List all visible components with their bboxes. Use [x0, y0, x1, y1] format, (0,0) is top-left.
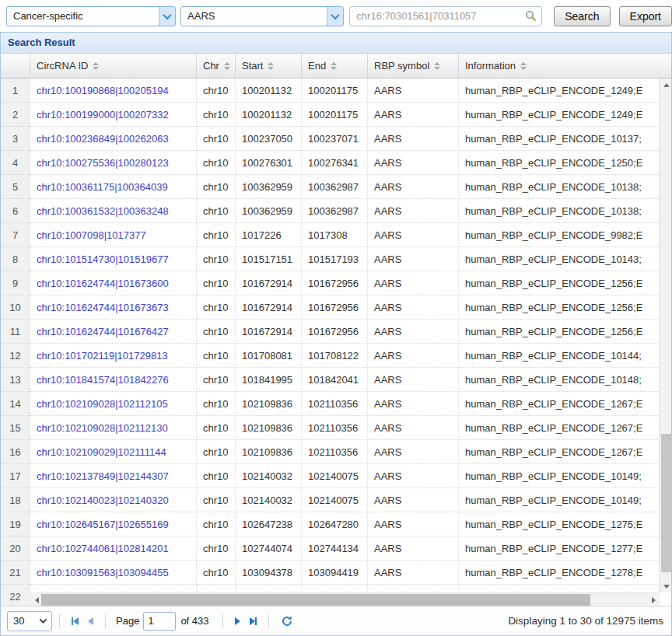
table-row[interactable]: 15chr10:102109028|102112130chr1010210983… [1, 416, 660, 440]
cell-end: 100201175 [302, 79, 368, 103]
cell-chr: chr10 [197, 271, 236, 295]
cell-chr: chr10 [197, 175, 236, 199]
cell-info: human_RBP_eCLIP_ENCODE_1277;E [459, 536, 660, 561]
circrna-link[interactable]: chr10:100190868|100205194 [37, 85, 169, 96]
table-row[interactable]: 10chr10:101624744|101673673chr1010167291… [1, 295, 660, 320]
circrna-link[interactable]: chr10:1007098|1017377 [37, 229, 146, 241]
table-row[interactable]: 14chr10:102109028|102112105chr1010210983… [1, 392, 660, 416]
cell-rbp: AARS [368, 344, 459, 368]
table-row[interactable]: 17chr10:102137849|102144307chr1010214003… [1, 464, 660, 488]
category-select-trigger[interactable] [159, 7, 175, 26]
cell-num: 1 [1, 79, 30, 103]
circrna-link[interactable]: chr10:100275536|100280123 [37, 157, 169, 169]
refresh-button[interactable] [281, 615, 293, 627]
table-row[interactable]: 3chr10:100236849|100262063chr10100237050… [1, 127, 660, 151]
circrna-link[interactable]: chr10:102109029|102111144 [37, 446, 166, 458]
chevron-down-icon [163, 10, 171, 19]
circrna-link[interactable]: chr10:101702119|101729813 [37, 350, 168, 362]
header-end[interactable]: End [302, 54, 368, 78]
cell-chr: chr10 [197, 199, 236, 223]
circrna-link[interactable]: chr10:102645167|102655169 [37, 519, 169, 530]
page-number-input[interactable] [143, 612, 176, 631]
horizontal-scrollbar[interactable] [30, 592, 660, 606]
table-row[interactable]: 6chr10:100361532|100363248chr10100362959… [1, 199, 660, 223]
page-size-select[interactable]: 30 [7, 611, 52, 631]
cell-info: human_RBP_eCLIP_ENCODE_1275;E [459, 512, 660, 536]
prev-page-button[interactable] [88, 617, 93, 625]
table-row[interactable]: 18chr10:102140023|102140320chr1010214003… [1, 488, 660, 512]
cell-num: 21 [1, 561, 30, 585]
search-field[interactable] [349, 6, 542, 26]
circrna-link[interactable]: chr10:101624744|101673600 [37, 278, 169, 289]
circrna-link[interactable]: chr10:101514730|101519677 [37, 253, 169, 265]
table-row[interactable]: 19chr10:102645167|102655169chr1010264723… [1, 512, 660, 536]
header-chr[interactable]: Chr [197, 54, 236, 78]
table-row[interactable]: 16chr10:102109029|102111144chr1010210983… [1, 440, 660, 464]
table-row[interactable]: 11chr10:101624744|101676427chr1010167291… [1, 320, 660, 344]
table-row[interactable]: 13chr10:101841574|101842276chr1010184199… [1, 368, 660, 392]
scroll-up-icon[interactable] [660, 79, 671, 91]
first-page-button[interactable] [72, 617, 79, 625]
header-start[interactable]: Start [236, 54, 302, 78]
circrna-link[interactable]: chr10:101624744|101673673 [37, 302, 169, 313]
rbp-select[interactable]: AARS [180, 6, 344, 26]
circrna-link[interactable]: chr10:102744061|102814201 [37, 543, 169, 554]
table-row[interactable]: 1chr10:100190868|100205194chr10100201132… [1, 79, 660, 103]
header-circrna-id[interactable]: CircRNA ID [30, 54, 197, 78]
cell-info: human_RBP_eCLIP_ENCODE_1249;E [459, 79, 660, 103]
cell-rbp: AARS [368, 416, 459, 440]
header-information[interactable]: Information [459, 54, 671, 78]
category-select[interactable]: Cancer-specific [6, 6, 176, 26]
scroll-right-icon[interactable] [647, 593, 660, 606]
circrna-link[interactable]: chr10:101841574|101842276 [37, 374, 169, 386]
table-row[interactable]: 7chr10:1007098|1017377chr101017226101730… [1, 223, 660, 247]
table-row[interactable]: 20chr10:102744061|102814201chr1010274407… [1, 536, 660, 561]
last-page-button[interactable] [250, 617, 257, 625]
table-row[interactable]: 12chr10:101702119|101729813chr1010170808… [1, 344, 660, 368]
cell-chr: chr10 [197, 344, 236, 368]
circrna-link[interactable]: chr10:101624744|101676427 [37, 326, 169, 337]
circrna-link[interactable]: chr10:102109028|102112105 [37, 398, 168, 410]
cell-end: 100362987 [302, 175, 368, 199]
search-input[interactable] [356, 10, 525, 22]
circrna-link[interactable]: chr10:100236849|100262063 [37, 133, 169, 145]
next-page-button[interactable] [235, 617, 240, 625]
header-rbp-symbol[interactable]: RBP symbol [368, 54, 459, 78]
search-button[interactable]: Search [554, 6, 610, 26]
cell-info: human_RBP_eCLIP_ENCODE_10137; [459, 127, 660, 151]
circrna-link[interactable]: chr10:102137849|102144307 [37, 470, 169, 482]
cell-rbp: AARS [368, 223, 459, 247]
circrna-link[interactable]: chr10:100361532|100363248 [37, 205, 169, 217]
cell-chr: chr10 [197, 79, 236, 103]
table-row[interactable]: 8chr10:101514730|101519677chr10101517151… [1, 247, 660, 271]
cell-num: 17 [1, 464, 30, 488]
cell-info: human_RBP_eCLIP_ENCODE_10149; [459, 464, 660, 488]
cell-rbp: AARS [368, 368, 459, 392]
circrna-link[interactable]: chr10:100199000|100207332 [37, 109, 169, 121]
cell-start: 100362959 [236, 175, 302, 199]
table-row[interactable]: 2chr10:100199000|100207332chr10100201132… [1, 103, 660, 127]
table-row[interactable]: 9chr10:101624744|101673600chr10101672914… [1, 271, 660, 295]
cell-end: 101842041 [302, 368, 368, 392]
vertical-scrollbar[interactable] [660, 79, 671, 592]
search-icon [525, 10, 537, 22]
circrna-link[interactable]: chr10:102109028|102112130 [37, 422, 168, 434]
export-button[interactable]: Export [619, 6, 672, 26]
cell-end: 101672956 [302, 320, 368, 344]
cell-chr: chr10 [197, 151, 236, 175]
horizontal-scrollbar-thumb[interactable] [41, 594, 590, 606]
circrna-link[interactable]: chr10:100361175|100364039 [37, 181, 168, 193]
cell-id: chr10:1007098|1017377 [30, 223, 197, 247]
table-row[interactable]: 21chr10:103091563|103094455chr1010309437… [1, 561, 660, 585]
cell-rbp: AARS [368, 151, 459, 175]
circrna-link[interactable]: chr10:102140023|102140320 [37, 494, 169, 506]
vertical-scrollbar-thumb[interactable] [661, 434, 671, 572]
table-row[interactable]: 4chr10:100275536|100280123chr10100276301… [1, 151, 660, 175]
table-row[interactable]: 5chr10:100361175|100364039chr10100362959… [1, 175, 660, 199]
circrna-link[interactable]: chr10:103091563|103094455 [37, 567, 169, 578]
cell-chr: chr10 [197, 392, 236, 416]
cell-end: 101517193 [302, 247, 368, 271]
grid-body: 1chr10:100190868|100205194chr10100201132… [1, 79, 671, 606]
scroll-down-icon[interactable] [660, 580, 671, 592]
rbp-select-trigger[interactable] [327, 7, 343, 26]
